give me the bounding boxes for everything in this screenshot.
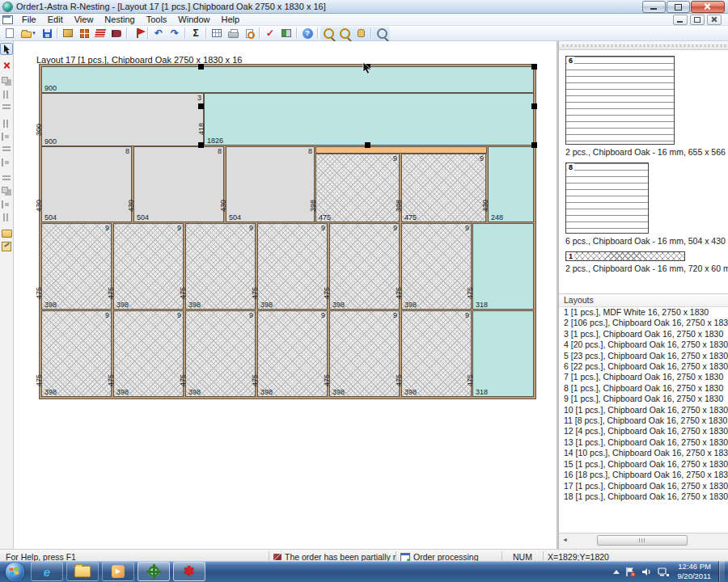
edit-remnant-button[interactable]: [0, 240, 13, 252]
zoom-out-button[interactable]: [336, 27, 353, 40]
stack-button[interactable]: [0, 101, 13, 113]
waste-area[interactable]: 900: [41, 66, 534, 93]
taskbar-explorer-button[interactable]: [66, 562, 99, 581]
center-v-button[interactable]: [0, 185, 13, 197]
print-button[interactable]: [225, 27, 241, 40]
part-8[interactable]: 5044308: [133, 146, 224, 222]
distribute-h-button[interactable]: [0, 198, 13, 210]
parts-button[interactable]: [76, 27, 92, 40]
taskbar-clock[interactable]: 12:46 PM 9/20/2011: [677, 562, 711, 581]
taskbar-media-player-button[interactable]: ▶: [102, 562, 134, 581]
group-button[interactable]: [0, 88, 13, 100]
center-h-button[interactable]: [0, 172, 13, 184]
tray-expand-icon[interactable]: [613, 570, 620, 574]
zoom-window-button[interactable]: [374, 27, 390, 40]
layout-list-item[interactable]: 17 [1 pcs.], Chipboard Oak 16, 2750 x 18…: [559, 481, 728, 491]
align-top-button[interactable]: [0, 117, 13, 129]
mdi-minimize-button[interactable]: [673, 15, 688, 25]
selection-handle[interactable]: [198, 64, 204, 70]
select-tool-button[interactable]: [0, 43, 13, 55]
distribute-v-button[interactable]: [0, 211, 13, 223]
save-button[interactable]: [39, 27, 55, 40]
part-9[interactable]: 3984759: [113, 223, 184, 310]
canvas[interactable]: Layout 17 [1 pcs.], Chipboard Oak 2750 x…: [14, 41, 557, 549]
scroll-left-icon[interactable]: ◄: [559, 534, 571, 546]
mdi-restore-button[interactable]: [690, 15, 705, 25]
layout-list-item[interactable]: 15 [1 pcs.], Chipboard Oak 16, 2750 x 18…: [559, 459, 728, 470]
close-button[interactable]: [691, 1, 725, 13]
layout-list-item[interactable]: 11 [8 pcs.], Chipboard Oak 16, 2750 x 18…: [559, 415, 728, 426]
layout-list-item[interactable]: 12 [4 pcs.], Chipboard Oak 16, 2750 x 18…: [559, 426, 728, 436]
layout-list-item[interactable]: 4 [20 pcs.], Chipboard Oak 16, 2750 x 18…: [559, 340, 728, 350]
sum-button[interactable]: Σ: [188, 27, 204, 40]
sheet[interactable]: 9009003003182641850443085044308504430847…: [39, 64, 536, 399]
part-9[interactable]: 3984759: [257, 310, 328, 397]
part-9[interactable]: 3984759: [401, 310, 472, 397]
part-9[interactable]: 3984759: [113, 310, 184, 397]
layout-list-item[interactable]: 5 [23 pcs.], Chipboard Oak 16, 2750 x 18…: [559, 351, 728, 361]
menu-window[interactable]: Window: [172, 15, 215, 24]
align-bottom-button[interactable]: [0, 130, 13, 142]
print-preview-button[interactable]: [241, 27, 257, 40]
minimize-button[interactable]: [642, 1, 666, 13]
layout-list-item[interactable]: 9 [1 pcs.], Chipboard Oak 16, 2750 x 183…: [559, 394, 728, 404]
layouts-hscrollbar[interactable]: ◄ ►: [559, 533, 728, 546]
show-desktop-button[interactable]: [718, 561, 725, 582]
part-3[interactable]: 9003003: [41, 93, 204, 146]
arrange-parts-button[interactable]: [0, 75, 13, 87]
part-9[interactable]: 4753989: [401, 154, 486, 222]
layout-list-item[interactable]: 16 [18 pcs.], Chipboard Oak 16, 2750 x 1…: [559, 470, 728, 480]
materials-button[interactable]: [60, 27, 76, 40]
align-left-button[interactable]: [0, 143, 13, 155]
waste-area[interactable]: 1826418: [204, 93, 534, 146]
delete-part-button[interactable]: [0, 59, 13, 71]
layouts-button[interactable]: [92, 27, 108, 40]
verify-button[interactable]: ✓: [262, 27, 278, 40]
redo-button[interactable]: ↷: [167, 27, 183, 40]
menu-nesting[interactable]: Nesting: [99, 15, 140, 24]
report-button[interactable]: [108, 27, 125, 40]
layout-list-item[interactable]: 10 [1 pcs.], Chipboard Oak 16, 2750 x 18…: [559, 405, 728, 415]
open-button[interactable]: ▾: [18, 27, 39, 40]
selection-handle[interactable]: [531, 103, 537, 109]
waste-area[interactable]: [315, 146, 487, 154]
action-center-flag-icon[interactable]: [625, 567, 636, 577]
mdi-close-button[interactable]: [707, 15, 722, 25]
part-9[interactable]: 3984759: [185, 310, 256, 397]
part-9[interactable]: 3984759: [257, 223, 328, 310]
speaker-icon[interactable]: [641, 567, 652, 577]
zoom-in-button[interactable]: [320, 27, 336, 40]
selection-handle[interactable]: [531, 142, 537, 148]
part-preview[interactable]: 62 pcs., Chipboard Oak - 16 mm, 655 x 56…: [565, 56, 728, 157]
waste-area[interactable]: 318475: [472, 223, 534, 310]
layouts-list[interactable]: 1 [1 pcs.], MDF White 16, 2750 x 18302 […: [559, 307, 728, 533]
waste-area[interactable]: 318475: [472, 310, 534, 397]
layout-list-item[interactable]: 18 [1 pcs.], Chipboard Oak 16, 2750 x 18…: [559, 491, 728, 502]
selection-handle[interactable]: [365, 142, 370, 148]
panel-grip[interactable]: x: [559, 41, 728, 50]
menu-file[interactable]: File: [16, 15, 42, 24]
network-icon[interactable]: [658, 567, 670, 577]
align-right-button[interactable]: [0, 156, 13, 168]
new-button[interactable]: [2, 27, 18, 40]
undo-button[interactable]: ↶: [150, 27, 167, 40]
layout-list-item[interactable]: 7 [1 pcs.], Chipboard Oak 16, 2750 x 183…: [559, 372, 728, 382]
dimensions-button[interactable]: [209, 27, 225, 40]
part-9[interactable]: 3984759: [329, 310, 400, 397]
layout-list-item[interactable]: 14 [10 pcs.], Chipboard Oak 16, 2750 x 1…: [559, 448, 728, 458]
nest-button[interactable]: [129, 27, 146, 40]
part-9[interactable]: 4753989: [315, 154, 400, 222]
start-button[interactable]: [6, 563, 24, 581]
help-button[interactable]: ?: [299, 27, 315, 40]
layout-list-item[interactable]: 3 [1 pcs.], Chipboard Oak 16, 2750 x 183…: [559, 329, 728, 340]
restore-button[interactable]: [667, 1, 690, 13]
selection-handle[interactable]: [531, 64, 537, 70]
part-8[interactable]: 5044308: [226, 146, 315, 222]
layout-list-item[interactable]: 2 [106 pcs.], Chipboard Oak 16, 2750 x 1…: [559, 318, 728, 328]
menu-tools[interactable]: Tools: [141, 15, 173, 24]
cutting-button[interactable]: [278, 27, 294, 40]
scrollbar-track[interactable]: [571, 534, 728, 546]
menu-help[interactable]: Help: [215, 15, 245, 24]
open-dropdown-icon[interactable]: ▾: [32, 30, 36, 36]
scrollbar-thumb[interactable]: [597, 535, 688, 546]
